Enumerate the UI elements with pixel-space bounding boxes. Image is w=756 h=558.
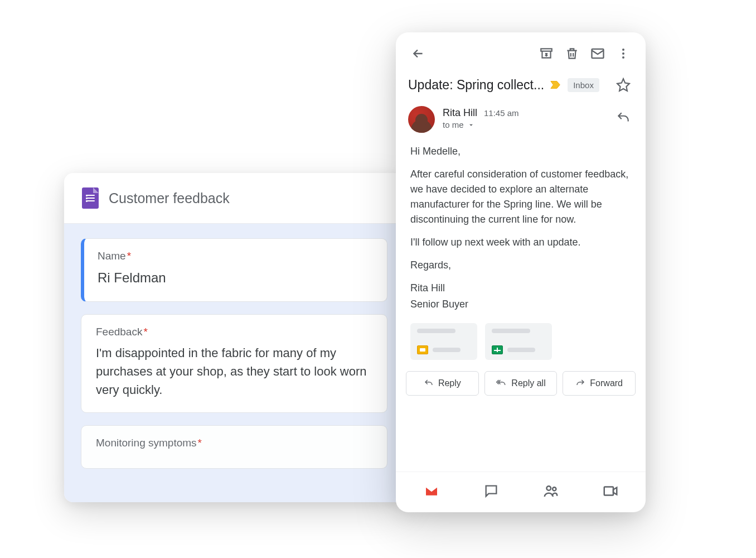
importance-marker-icon[interactable] — [550, 80, 562, 90]
forms-card: Customer feedback Name* Ri Feldman Feedb… — [64, 173, 404, 502]
attachment-slides[interactable] — [410, 323, 477, 360]
bottom-nav — [396, 472, 646, 512]
field-value[interactable]: I'm disappointed in the fabric for many … — [96, 344, 372, 399]
recipient-dropdown[interactable]: to me — [443, 120, 605, 129]
form-field-monitoring[interactable]: Monitoring symptoms* — [81, 425, 387, 469]
email-subject: Update: Spring collect... — [408, 78, 544, 93]
sender-row: Rita Hill 11:45 am to me — [396, 103, 646, 138]
nav-spaces[interactable] — [540, 480, 562, 502]
svg-point-2 — [622, 49, 624, 51]
avatar[interactable] — [408, 106, 435, 133]
action-buttons: Reply Reply all Forward — [396, 368, 646, 402]
star-icon[interactable] — [613, 75, 633, 95]
delete-icon[interactable] — [562, 44, 582, 64]
email-paragraph: After careful consideration of customer … — [410, 167, 631, 227]
form-field-feedback[interactable]: Feedback* I'm disappointed in the fabric… — [81, 314, 387, 413]
attachments — [396, 320, 646, 368]
svg-point-6 — [553, 487, 556, 490]
svg-point-5 — [546, 486, 551, 490]
nav-mail[interactable] — [420, 480, 443, 502]
reply-button[interactable]: Reply — [406, 371, 479, 396]
svg-point-4 — [622, 56, 624, 59]
google-forms-icon — [82, 187, 99, 209]
email-paragraph: I'll follow up next week with an update. — [410, 235, 631, 250]
gmail-toolbar — [396, 32, 646, 70]
forms-header: Customer feedback — [64, 173, 404, 224]
svg-point-3 — [622, 52, 624, 55]
more-icon[interactable] — [613, 44, 633, 64]
slides-icon — [417, 345, 428, 354]
svg-rect-7 — [604, 487, 613, 496]
sender-time: 11:45 am — [484, 108, 519, 118]
nav-meet[interactable] — [599, 480, 622, 502]
email-closing: Regards, — [410, 258, 631, 273]
forms-title: Customer feedback — [109, 190, 230, 206]
form-field-name[interactable]: Name* Ri Feldman — [81, 238, 387, 302]
chevron-down-icon — [467, 121, 475, 129]
forms-body: Name* Ri Feldman Feedback* I'm disappoin… — [64, 224, 404, 502]
reply-icon[interactable] — [613, 106, 633, 126]
sheets-icon — [492, 345, 503, 354]
field-label: Name* — [98, 250, 372, 262]
archive-icon[interactable] — [536, 44, 556, 64]
back-icon[interactable] — [408, 44, 428, 64]
mail-icon[interactable] — [588, 44, 608, 64]
reply-all-button[interactable]: Reply all — [484, 371, 558, 396]
sender-name: Rita Hill — [443, 107, 477, 119]
inbox-chip[interactable]: Inbox — [568, 78, 599, 92]
email-greeting: Hi Medelle, — [410, 144, 631, 159]
nav-chat[interactable] — [480, 480, 502, 502]
subject-row: Update: Spring collect... Inbox — [396, 70, 646, 103]
gmail-card: Update: Spring collect... Inbox Rita Hil… — [396, 32, 646, 512]
svg-rect-0 — [541, 49, 552, 51]
signature-name: Rita Hill — [410, 281, 631, 296]
attachment-sheets[interactable] — [485, 323, 552, 360]
field-value[interactable]: Ri Feldman — [98, 268, 372, 288]
forward-button[interactable]: Forward — [563, 371, 636, 396]
signature-title: Senior Buyer — [410, 297, 631, 312]
field-label: Monitoring symptoms* — [96, 437, 372, 449]
field-label: Feedback* — [96, 326, 372, 338]
email-body: Hi Medelle, After careful consideration … — [396, 138, 646, 320]
